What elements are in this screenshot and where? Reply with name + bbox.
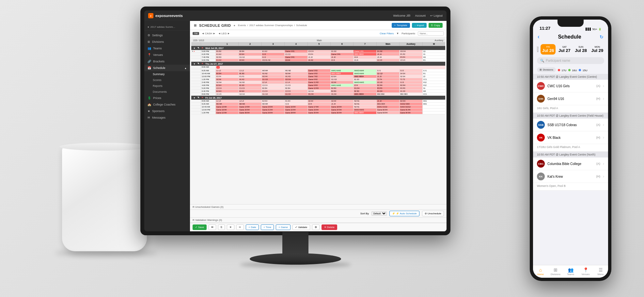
game-cell-2-1[interactable]: E1 E2 (216, 53, 239, 56)
game-cell-2-aux[interactable]: P1 P2 (400, 53, 422, 56)
copy-tool-button[interactable]: ⎘ (218, 224, 225, 230)
game-cell-3-2[interactable]: G1 G2 (239, 56, 261, 58)
row-delete-icon[interactable]: ✕ (194, 50, 195, 52)
date-tab-mon[interactable]: MON Jul 29 (590, 44, 605, 55)
wed-delete-icon[interactable]: ✕ (201, 47, 203, 49)
game-cell-3-1[interactable]: B2 B3 (216, 56, 239, 58)
breadcrumb-schedule[interactable]: Schedule (296, 24, 307, 27)
game-cell-2-3[interactable]: I1 I2 (262, 53, 285, 56)
fri-game23[interactable]: Game 23 R4 (308, 108, 331, 111)
game-cell-1-7[interactable]: Game 1 R1 (353, 50, 376, 53)
sidebar-item-sponsors[interactable]: ★ Sponsors (144, 108, 190, 114)
sidebar-item-reports[interactable]: Reports (149, 83, 190, 89)
sidebar-item-brackets[interactable]: 🔗 Brackets (144, 58, 190, 65)
filter-icon[interactable]: ▼ (396, 32, 399, 35)
sort-select[interactable]: Default (371, 211, 387, 216)
game-cell-4-4[interactable]: A3 A4 (285, 59, 307, 61)
fri-game16[interactable]: Game 16 R4 (285, 106, 307, 108)
email-button[interactable]: ✉ (209, 224, 216, 230)
game-cell-4-5[interactable]: A1 A2 (308, 59, 331, 61)
unschedule-button[interactable]: ⊘ Unschedule (422, 211, 444, 216)
phone-schedule-list[interactable]: 10:50 AM PDT @ Langley Event Centre (Cen… (533, 74, 608, 265)
thu-game7[interactable]: Game 7 R2 (308, 75, 331, 78)
game-row-gen94[interactable]: G94 Gen94 U16 (H) › (533, 92, 608, 105)
fri-game21[interactable]: Game 21 R4 (262, 108, 285, 111)
copy-button[interactable]: ⎘ Copy (429, 23, 443, 28)
import-button[interactable]: ↓ Import (412, 23, 427, 28)
save-button[interactable]: ✓ Save (193, 224, 207, 230)
game-cell-4-aux[interactable]: V3 V4 (400, 59, 422, 61)
unscheduled-label[interactable]: R Unscheduled Games (0) (193, 206, 224, 208)
game-cell-3-5[interactable]: J1 J2 (308, 56, 331, 58)
thu-game12[interactable]: Game 12 R3 (308, 87, 331, 90)
game-cell-3-6[interactable]: J1 J2 (331, 56, 353, 58)
game-cell-4-m[interactable]: R1 (423, 59, 445, 61)
game-cell-1-2[interactable]: B3 B4 (239, 50, 261, 53)
game-cell-1-main[interactable]: D1 D2 (377, 50, 400, 53)
sidebar-item-prices[interactable]: 💲 Prices (144, 95, 190, 101)
move-button[interactable]: ✕ (227, 224, 234, 230)
sidebar-event-name[interactable]: ● 2017 adidas Summ... (144, 24, 190, 31)
game-cell-2-6[interactable]: Game 2 R1 (331, 53, 353, 56)
thu-expand-icon[interactable]: ▼ (193, 63, 196, 65)
game-cell-4-main[interactable]: V1 V2 (377, 59, 400, 61)
auto-schedule-button[interactable]: ⚡ ⚡ Auto Schedule (389, 211, 419, 216)
game-cell-2-m[interactable]: X1 (423, 53, 445, 56)
sidebar-item-settings[interactable]: ⚙ Settings (144, 32, 190, 39)
phone-back-button[interactable]: ‹ (538, 33, 540, 40)
game-cell-3-m[interactable]: W1 (423, 56, 445, 58)
fri-game15[interactable]: Game 15 R4 (262, 106, 285, 108)
sidebar-item-divisions[interactable]: ⊞ Divisions (144, 39, 190, 45)
game-cell-3-main[interactable]: J3 J4 (377, 56, 400, 58)
fri-game22[interactable]: Game 22 R4 (285, 108, 307, 111)
game-cell-4-2[interactable]: K3 K4 (239, 59, 261, 61)
game-cell-3-aux[interactable]: P3 P4 (400, 56, 422, 58)
sidebar-item-documents[interactable]: Documents (149, 89, 190, 95)
thu-game8[interactable]: Game 8 R2 (308, 78, 331, 81)
game-cell-3-7[interactable]: I3 I4 (353, 56, 376, 58)
nav-venues[interactable]: 📍 Venues (578, 265, 593, 278)
cut-button[interactable]: ✂ (236, 224, 244, 230)
sidebar-item-college-coaches[interactable]: 🏫 College Coaches (144, 101, 190, 108)
game-row-vk[interactable]: VK VK Black (H) › (533, 131, 608, 144)
thu-game9[interactable]: Game 9 R3 (308, 84, 331, 87)
phone-refresh-button[interactable]: ↻ (600, 34, 604, 40)
date-tab-sun[interactable]: SUN Jul 28 (573, 44, 589, 55)
game-cell-2-4[interactable]: C1 C2 (285, 53, 307, 56)
game-cell-2-7[interactable]: 6BB1 BBB2 (353, 53, 376, 56)
game-row-kats-krew[interactable]: KK Kat's Krew (H) › (533, 170, 608, 183)
thu-delete-icon[interactable]: ✕ (201, 62, 203, 65)
game-row-cbc[interactable]: CBC Columbia Bible College (A) › (533, 157, 608, 170)
game-cell-1-5[interactable]: C3 C4 (308, 50, 331, 53)
game-row-ssb[interactable]: SSB SSB U17/18 Cobras (A) › (533, 119, 608, 131)
nav-divisions[interactable]: ⊞ Divisions (548, 265, 563, 278)
game-cell-3-4[interactable]: Game 3 R1 (285, 56, 307, 58)
add-time-button[interactable]: + Time (261, 224, 274, 230)
thu-game6[interactable]: Game 6 R2 (308, 72, 331, 75)
game-cell-1-3[interactable]: E1 E2 (262, 50, 285, 53)
settings-button[interactable]: ⚙ (312, 224, 320, 230)
game-row-cwc[interactable]: CWC CWC U16 Girls (A) › (533, 80, 608, 92)
fri-game20[interactable]: Game 20 R4 (239, 108, 261, 111)
game-cell-1-6[interactable]: D1 D2 (331, 50, 353, 53)
nav-teams[interactable]: 👥 Teams (563, 265, 578, 278)
sidebar-item-venues[interactable]: 📍 Venues (144, 52, 190, 58)
game-cell-2-main[interactable]: J3 J4 (377, 53, 400, 56)
game-cell-4-3[interactable]: H3 H1 H2 (262, 59, 285, 61)
account-link[interactable]: Account (415, 14, 426, 17)
breadcrumb-events[interactable]: Events (238, 24, 246, 27)
thu-edit-icon[interactable]: ✎ (197, 62, 199, 65)
template-button[interactable]: + Template (392, 23, 410, 28)
add-game-button[interactable]: + Game (276, 224, 291, 230)
fri-game18[interactable]: Game 18 R4 (331, 106, 353, 108)
thu-game11[interactable]: Game 11 R2 (308, 81, 331, 84)
fri-edit-icon[interactable]: ✎ (197, 96, 199, 99)
fri-game14[interactable]: Game 14 R4 (239, 106, 261, 108)
fri-game19[interactable]: Game 19 R4 (216, 108, 239, 111)
game-cell-2-5[interactable]: F3 F4 (308, 53, 331, 56)
thu-game5[interactable]: Game 5 R2 (308, 69, 331, 72)
game-cell-1-4[interactable]: Game 4 R1 (285, 50, 307, 53)
fri-expand-icon[interactable]: ▼ (193, 97, 196, 99)
game-cell-1-m[interactable]: Q1 (423, 50, 445, 53)
sidebar-item-messages[interactable]: ✉ Messages (144, 114, 190, 121)
